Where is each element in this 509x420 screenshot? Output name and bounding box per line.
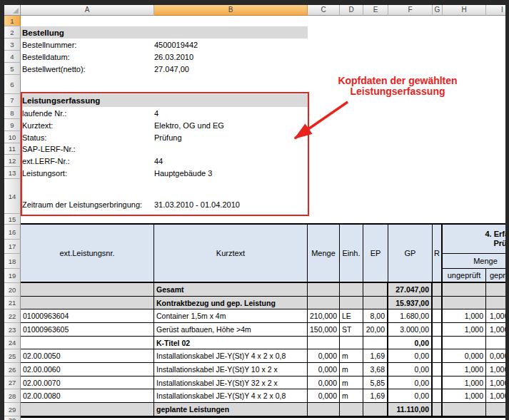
table-row-29-einh[interactable] xyxy=(340,403,363,416)
table-row-22-gp[interactable]: 1.680,00 xyxy=(388,309,433,323)
row-header-6[interactable]: 6 xyxy=(4,75,21,94)
table-row-26-kurztext[interactable]: Installationskabel JE-Y(St)Y 10 x 2 x xyxy=(154,363,308,377)
table-header-r[interactable]: R xyxy=(433,225,443,283)
table-header-ep[interactable]: EP xyxy=(363,225,388,283)
table-row-24-gp[interactable]: 0,00 xyxy=(388,337,433,349)
table-row-27-ep[interactable]: 5,85 xyxy=(363,377,388,389)
row-header-19[interactable]: 19 xyxy=(4,269,21,283)
table-row-23-ep[interactable]: 20,00 xyxy=(363,323,388,337)
table-row-24-kurztext[interactable]: K-Titel 02 xyxy=(154,337,308,349)
table-row-28-gp[interactable]: 0,00 xyxy=(388,389,433,403)
row-header-5[interactable]: 5 xyxy=(4,63,21,75)
row-header-13[interactable]: 13 xyxy=(4,167,21,179)
row-header-20[interactable]: 20 xyxy=(4,283,21,297)
row-header-4[interactable]: 4 xyxy=(4,51,21,63)
table-row-29-r[interactable] xyxy=(433,403,443,416)
table-row-21-geprueft[interactable] xyxy=(486,297,505,309)
table-row-20-gp[interactable]: 27.047,00 xyxy=(388,283,433,297)
table-row-22-menge[interactable]: 210,000 xyxy=(308,309,340,323)
table-row-23-kurztext[interactable]: Gerüst aufbauen, Höhe >4m xyxy=(154,323,308,337)
table-row-29-extleistungsnr[interactable] xyxy=(21,403,154,416)
table-row-25-r[interactable] xyxy=(433,349,443,363)
table-row-20-ungeprueft[interactable] xyxy=(443,283,486,297)
row-header-10[interactable]: 10 xyxy=(4,131,21,143)
table-row-28-kurztext[interactable]: Installationskabel JE-Y(St)Y 4 x 2 x 0,8 xyxy=(154,389,308,403)
table-row-26-ep[interactable]: 3,68 xyxy=(363,363,388,377)
table-row-28-geprueft[interactable]: 1,000 xyxy=(486,389,505,403)
table-row-29-ungeprueft[interactable] xyxy=(443,403,486,416)
table-row-28-ep[interactable]: 1,69 xyxy=(363,389,388,403)
table-row-28-einh[interactable]: m xyxy=(340,389,363,403)
row-header-30[interactable]: 30 xyxy=(4,416,21,420)
table-row-21-ungeprueft[interactable] xyxy=(443,297,486,309)
row-header-18[interactable]: 18 xyxy=(4,254,21,269)
table-row-28-ungeprueft[interactable]: 1,000 xyxy=(443,389,486,403)
table-row-20-ep[interactable] xyxy=(363,283,388,297)
field-bestelldatum[interactable]: Bestelldatum: 26.03.2010 xyxy=(21,51,308,63)
table-row-21-r[interactable] xyxy=(433,297,443,309)
table-row-27-ungeprueft[interactable]: 1,000 xyxy=(443,377,486,389)
table-row-22-kurztext[interactable]: Container 1,5m x 4m xyxy=(154,309,308,323)
table-row-24-r[interactable] xyxy=(433,337,443,349)
table-row-24-extleistungsnr[interactable] xyxy=(21,337,154,349)
row-header-24[interactable]: 24 xyxy=(4,337,21,349)
column-header-C[interactable]: C xyxy=(308,5,340,16)
table-header-menge-sub[interactable]: Menge xyxy=(443,254,505,269)
table-row-26-einh[interactable]: m xyxy=(340,363,363,377)
column-header-E[interactable]: E xyxy=(363,5,388,16)
table-row-27-menge[interactable]: 0,000 xyxy=(308,377,340,389)
select-all-corner[interactable] xyxy=(4,5,21,16)
table-row-25-ungeprueft[interactable]: 0,000 xyxy=(443,349,486,363)
column-header-G[interactable]: G xyxy=(433,5,443,16)
table-row-29-gp[interactable]: 11.110,00 xyxy=(388,403,433,416)
table-row-27-gp[interactable]: 0,00 xyxy=(388,377,433,389)
table-header-menge[interactable]: Menge xyxy=(308,225,340,283)
table-row-22-einh[interactable]: LE xyxy=(340,309,363,323)
order-title-band[interactable]: Bestellung xyxy=(21,26,308,39)
table-row-29-menge[interactable] xyxy=(308,403,340,416)
table-row-27-kurztext[interactable]: Installationskabel JE-Y(St)Y 32 x 2 x xyxy=(154,377,308,389)
table-row-20-kurztext[interactable]: Gesamt xyxy=(154,283,308,297)
field-bestellnummer[interactable]: Bestellnummer: 4500019442 xyxy=(21,39,308,51)
table-row-22-ep[interactable]: 8,00 xyxy=(363,309,388,323)
table-row-22-extleistungsnr[interactable]: 01000963604 xyxy=(21,309,154,323)
row-header-8[interactable]: 8 xyxy=(4,107,21,119)
table-row-25-geprueft[interactable]: 0,000 xyxy=(486,349,505,363)
table-row-20-einh[interactable] xyxy=(340,283,363,297)
table-row-28-menge[interactable]: 0,000 xyxy=(308,389,340,403)
table-row-21-kurztext[interactable]: Kontraktbezug und gep. Leistung xyxy=(154,297,308,309)
row-header-2[interactable]: 2 xyxy=(4,26,21,39)
column-header-D[interactable]: D xyxy=(340,5,363,16)
table-row-23-menge[interactable]: 150,000 xyxy=(308,323,340,337)
table-row-27-extleistungsnr[interactable]: 02.00.0070 xyxy=(21,377,154,389)
table-row-23-gp[interactable]: 3.000,00 xyxy=(388,323,433,337)
table-header-ungeprueft[interactable]: ungeprüft xyxy=(443,269,486,283)
row-header-9[interactable]: 9 xyxy=(4,119,21,131)
table-row-28-r[interactable] xyxy=(433,389,443,403)
table-row-21-ep[interactable] xyxy=(363,297,388,309)
table-header-kurztext[interactable]: Kurztext xyxy=(154,225,308,283)
row-header-22[interactable]: 22 xyxy=(4,309,21,323)
table-row-23-ungeprueft[interactable]: 1,000 xyxy=(443,323,486,337)
table-row-26-r[interactable] xyxy=(433,363,443,377)
table-row-26-ungeprueft[interactable]: 1,000 xyxy=(443,363,486,377)
table-row-25-extleistungsnr[interactable]: 02.00.0050 xyxy=(21,349,154,363)
table-header-einh-[interactable]: Einh. xyxy=(340,225,363,283)
table-row-26-extleistungsnr[interactable]: 02.00.0060 xyxy=(21,363,154,377)
column-header-H[interactable]: H xyxy=(443,5,486,16)
table-row-27-r[interactable] xyxy=(433,377,443,389)
table-row-25-menge[interactable]: 0,000 xyxy=(308,349,340,363)
table-row-26-geprueft[interactable]: 1,000 xyxy=(486,363,505,377)
table-row-26-gp[interactable]: 0,00 xyxy=(388,363,433,377)
field-bestellwert[interactable]: Bestellwert(netto): 27.047,00 xyxy=(21,63,308,75)
table-row-24-ungeprueft[interactable] xyxy=(443,337,486,349)
table-row-23-extleistungsnr[interactable]: 01000963605 xyxy=(21,323,154,337)
row-header-16[interactable]: 16 xyxy=(4,225,21,240)
table-row-20-extleistungsnr[interactable] xyxy=(21,283,154,297)
row-header-3[interactable]: 3 xyxy=(4,39,21,51)
row-header-26[interactable]: 26 xyxy=(4,363,21,377)
table-row-21-extleistungsnr[interactable] xyxy=(21,297,154,309)
table-row-21-einh[interactable] xyxy=(340,297,363,309)
table-row-29-geprueft[interactable] xyxy=(486,403,505,416)
row-header-14[interactable]: 14 xyxy=(4,179,21,214)
